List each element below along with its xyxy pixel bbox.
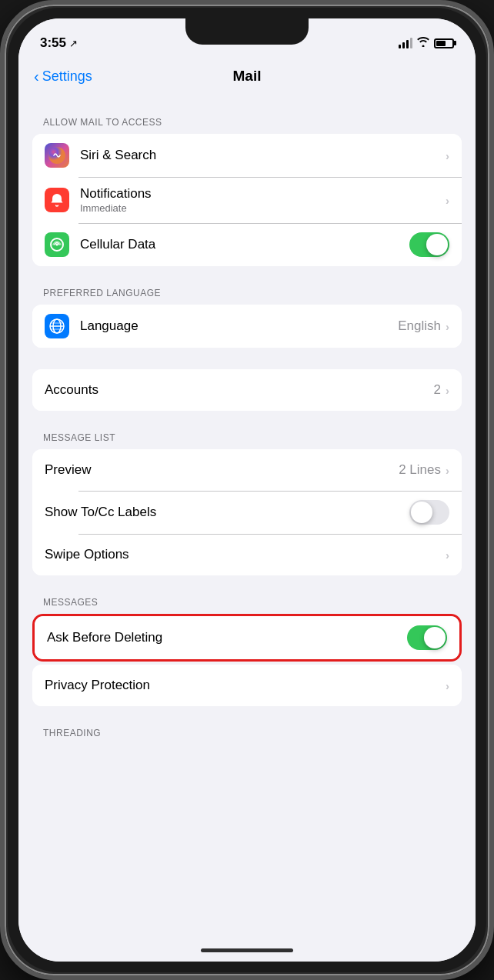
- location-icon: ↗: [69, 38, 78, 49]
- row-language[interactable]: Language English ›: [32, 305, 462, 348]
- chevron-right-icon: ›: [446, 548, 449, 562]
- page-title: Mail: [233, 68, 262, 85]
- siri-search-content: Siri & Search: [80, 148, 446, 163]
- accounts-title: Accounts: [45, 382, 434, 398]
- back-label: Settings: [42, 68, 92, 85]
- settings-group-accounts: Accounts 2 ›: [32, 369, 462, 411]
- section-header-threading: THREADING: [18, 728, 476, 745]
- row-ask-before-deleting[interactable]: Ask Before Deleting: [35, 616, 459, 659]
- row-accounts[interactable]: Accounts 2 ›: [32, 369, 462, 411]
- battery-icon: [434, 38, 454, 48]
- cellular-content: Cellular Data: [80, 237, 409, 252]
- chevron-right-icon: ›: [446, 194, 449, 207]
- preview-value: 2 Lines: [399, 462, 441, 478]
- section-accounts: Accounts 2 ›: [18, 369, 476, 411]
- notifications-content: Notifications Immediate: [80, 186, 446, 214]
- row-notifications[interactable]: Notifications Immediate ›: [32, 177, 462, 223]
- section-messages: MESSAGES Ask Before Deleting: [18, 597, 476, 706]
- siri-icon: [45, 143, 69, 168]
- show-tocc-content: Show To/Cc Labels: [45, 505, 409, 520]
- privacy-protection-content: Privacy Protection: [45, 678, 446, 693]
- chevron-right-icon: ›: [446, 464, 449, 477]
- show-tocc-right: [409, 500, 449, 525]
- section-allow-mail: ALLOW MAIL TO ACCESS: [18, 117, 476, 266]
- section-threading: THREADING: [18, 728, 476, 745]
- screen: 3:55 ↗: [18, 18, 476, 962]
- cellular-title: Cellular Data: [80, 237, 409, 252]
- section-language: PREFERRED LANGUAGE: [18, 288, 476, 348]
- section-header-message-list: MESSAGE LIST: [18, 432, 476, 449]
- preview-right: 2 Lines ›: [399, 462, 449, 478]
- cellular-toggle[interactable]: [409, 232, 449, 257]
- ask-before-deleting-title: Ask Before Deleting: [47, 630, 407, 645]
- status-time: 3:55 ↗: [40, 35, 78, 51]
- cellular-right: [409, 232, 449, 257]
- row-preview[interactable]: Preview 2 Lines ›: [32, 449, 462, 491]
- privacy-protection-title: Privacy Protection: [45, 678, 446, 693]
- privacy-protection-right: ›: [446, 679, 449, 692]
- chevron-right-icon: ›: [446, 384, 449, 397]
- settings-group-privacy: Privacy Protection ›: [32, 665, 462, 706]
- language-content: Language: [80, 318, 398, 334]
- siri-search-right: ›: [446, 149, 449, 162]
- section-message-list: MESSAGE LIST Preview 2 Lines ›: [18, 432, 476, 575]
- ask-before-deleting-content: Ask Before Deleting: [47, 630, 407, 645]
- language-value: English: [398, 318, 441, 334]
- chevron-right-icon: ›: [446, 679, 449, 692]
- ask-before-deleting-toggle[interactable]: [407, 625, 447, 650]
- notifications-right: ›: [446, 194, 449, 207]
- section-header-allow-mail: ALLOW MAIL TO ACCESS: [18, 117, 476, 134]
- status-icons: [399, 37, 454, 49]
- chevron-right-icon: ›: [446, 320, 449, 333]
- wifi-icon: [417, 37, 429, 49]
- home-indicator: [201, 948, 293, 952]
- signal-bars-icon: [399, 38, 412, 48]
- ask-before-deleting-knob: [424, 627, 446, 648]
- show-tocc-toggle[interactable]: [409, 500, 449, 525]
- cellular-toggle-knob: [426, 234, 448, 255]
- row-show-tocc[interactable]: Show To/Cc Labels: [32, 491, 462, 534]
- settings-group-allow-mail: Siri & Search ›: [32, 134, 462, 266]
- content-area: ALLOW MAIL TO ACCESS: [18, 95, 476, 962]
- row-swipe-options[interactable]: Swipe Options ›: [32, 534, 462, 575]
- notifications-subtitle: Immediate: [80, 202, 446, 214]
- phone-frame: 3:55 ↗: [0, 0, 494, 980]
- siri-search-title: Siri & Search: [80, 148, 446, 163]
- chevron-left-icon: ‹: [34, 68, 39, 85]
- show-tocc-toggle-knob: [411, 502, 432, 523]
- ask-before-deleting-right: [407, 625, 447, 650]
- section-header-messages: MESSAGES: [18, 597, 476, 614]
- notifications-title: Notifications: [80, 186, 446, 202]
- phone-inner: 3:55 ↗: [8, 8, 486, 972]
- row-privacy-protection[interactable]: Privacy Protection ›: [32, 665, 462, 706]
- swipe-options-content: Swipe Options: [45, 547, 446, 562]
- accounts-content: Accounts: [45, 382, 434, 398]
- accounts-value: 2: [434, 382, 441, 398]
- svg-point-2: [56, 244, 58, 246]
- section-header-language: PREFERRED LANGUAGE: [18, 288, 476, 305]
- show-tocc-title: Show To/Cc Labels: [45, 505, 409, 520]
- notifications-icon: [45, 188, 69, 212]
- row-siri-search[interactable]: Siri & Search ›: [32, 134, 462, 177]
- highlighted-row-ask-deleting: Ask Before Deleting: [32, 614, 462, 662]
- chevron-right-icon: ›: [446, 149, 449, 162]
- language-icon: [45, 314, 69, 338]
- swipe-options-title: Swipe Options: [45, 547, 446, 562]
- preview-title: Preview: [45, 462, 399, 478]
- swipe-options-right: ›: [446, 548, 449, 562]
- language-right: English ›: [398, 318, 449, 334]
- cellular-icon: [45, 232, 69, 257]
- nav-bar: ‹ Settings Mail: [18, 57, 476, 95]
- preview-content: Preview: [45, 462, 399, 478]
- back-button[interactable]: ‹ Settings: [34, 68, 92, 85]
- accounts-right: 2 ›: [434, 382, 449, 398]
- privacy-protection-wrapper: Privacy Protection ›: [18, 665, 476, 706]
- settings-group-message-list: Preview 2 Lines › Show To/Cc Labels: [32, 449, 462, 575]
- row-cellular-data[interactable]: Cellular Data: [32, 223, 462, 266]
- settings-group-language: Language English ›: [32, 305, 462, 348]
- notch: [185, 18, 309, 45]
- language-title: Language: [80, 318, 398, 334]
